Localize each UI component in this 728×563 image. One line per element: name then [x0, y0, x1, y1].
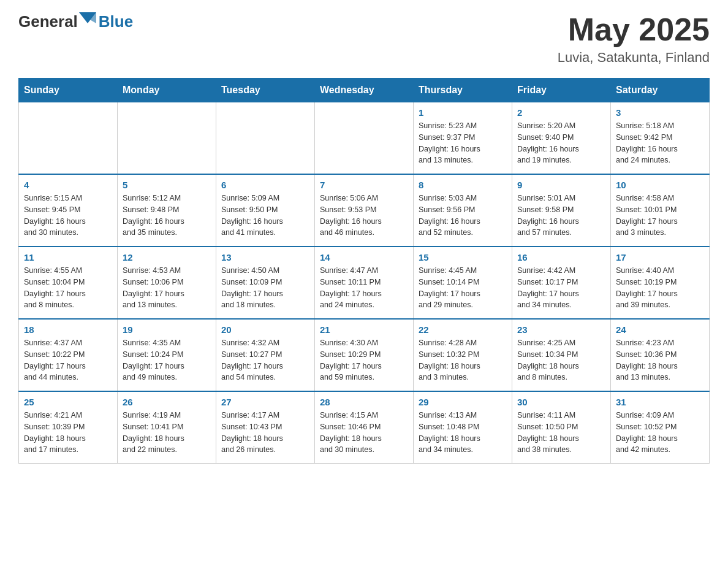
month-title: May 2025 [558, 12, 710, 47]
day-info: Sunrise: 4:09 AM Sunset: 10:52 PM Daylig… [616, 410, 704, 456]
calendar-cell: 21Sunrise: 4:30 AM Sunset: 10:29 PM Dayl… [315, 319, 414, 391]
calendar-cell: 2Sunrise: 5:20 AM Sunset: 9:40 PM Daylig… [512, 102, 611, 175]
calendar-cell: 17Sunrise: 4:40 AM Sunset: 10:19 PM Dayl… [611, 247, 710, 319]
calendar-cell: 14Sunrise: 4:47 AM Sunset: 10:11 PM Dayl… [315, 247, 414, 319]
day-number: 25 [24, 397, 112, 407]
day-info: Sunrise: 5:15 AM Sunset: 9:45 PM Dayligh… [24, 193, 112, 239]
day-info: Sunrise: 4:42 AM Sunset: 10:17 PM Daylig… [517, 265, 605, 311]
day-info: Sunrise: 4:45 AM Sunset: 10:14 PM Daylig… [419, 265, 507, 311]
day-number: 6 [221, 180, 309, 190]
day-info: Sunrise: 5:03 AM Sunset: 9:56 PM Dayligh… [419, 193, 507, 239]
calendar-cell: 1Sunrise: 5:23 AM Sunset: 9:37 PM Daylig… [414, 102, 512, 175]
calendar-cell: 7Sunrise: 5:06 AM Sunset: 9:53 PM Daylig… [315, 174, 414, 247]
day-number: 19 [123, 324, 211, 335]
day-info: Sunrise: 4:58 AM Sunset: 10:01 PM Daylig… [616, 193, 704, 239]
day-number: 10 [616, 180, 704, 190]
day-info: Sunrise: 4:53 AM Sunset: 10:06 PM Daylig… [123, 265, 211, 311]
day-info: Sunrise: 4:37 AM Sunset: 10:22 PM Daylig… [24, 337, 112, 383]
day-info: Sunrise: 5:12 AM Sunset: 9:48 PM Dayligh… [123, 193, 211, 239]
day-info: Sunrise: 4:28 AM Sunset: 10:32 PM Daylig… [419, 337, 507, 383]
calendar-cell: 20Sunrise: 4:32 AM Sunset: 10:27 PM Dayl… [216, 319, 315, 391]
calendar-cell: 19Sunrise: 4:35 AM Sunset: 10:24 PM Dayl… [118, 319, 216, 391]
logo: General Blue [18, 12, 133, 31]
day-number: 11 [24, 252, 112, 262]
day-number: 17 [616, 252, 704, 262]
calendar-cell: 15Sunrise: 4:45 AM Sunset: 10:14 PM Dayl… [414, 247, 512, 319]
day-number: 29 [419, 397, 507, 407]
day-info: Sunrise: 4:30 AM Sunset: 10:29 PM Daylig… [320, 337, 408, 383]
calendar-week-row: 4Sunrise: 5:15 AM Sunset: 9:45 PM Daylig… [19, 174, 710, 247]
calendar-cell: 25Sunrise: 4:21 AM Sunset: 10:39 PM Dayl… [19, 391, 118, 464]
weekday-header-row: SundayMondayTuesdayWednesdayThursdayFrid… [19, 79, 710, 102]
weekday-header-monday: Monday [118, 79, 216, 102]
day-info: Sunrise: 5:20 AM Sunset: 9:40 PM Dayligh… [517, 120, 605, 166]
calendar-cell: 16Sunrise: 4:42 AM Sunset: 10:17 PM Dayl… [512, 247, 611, 319]
day-info: Sunrise: 4:15 AM Sunset: 10:46 PM Daylig… [320, 410, 408, 456]
day-number: 31 [616, 397, 704, 407]
calendar-cell: 26Sunrise: 4:19 AM Sunset: 10:41 PM Dayl… [118, 391, 216, 464]
day-info: Sunrise: 4:50 AM Sunset: 10:09 PM Daylig… [221, 265, 309, 311]
calendar-cell: 12Sunrise: 4:53 AM Sunset: 10:06 PM Dayl… [118, 247, 216, 319]
calendar-cell: 24Sunrise: 4:23 AM Sunset: 10:36 PM Dayl… [611, 319, 710, 391]
calendar-cell [315, 102, 414, 175]
calendar-cell: 29Sunrise: 4:13 AM Sunset: 10:48 PM Dayl… [414, 391, 512, 464]
calendar-cell: 31Sunrise: 4:09 AM Sunset: 10:52 PM Dayl… [611, 391, 710, 464]
calendar-cell: 28Sunrise: 4:15 AM Sunset: 10:46 PM Dayl… [315, 391, 414, 464]
calendar-cell: 18Sunrise: 4:37 AM Sunset: 10:22 PM Dayl… [19, 319, 118, 391]
day-number: 30 [517, 397, 605, 407]
day-number: 28 [320, 397, 408, 407]
day-info: Sunrise: 5:18 AM Sunset: 9:42 PM Dayligh… [616, 120, 704, 166]
day-number: 22 [419, 324, 507, 335]
day-number: 26 [123, 397, 211, 407]
logo-icon [79, 12, 96, 29]
weekday-header-wednesday: Wednesday [315, 79, 414, 102]
calendar-cell: 30Sunrise: 4:11 AM Sunset: 10:50 PM Dayl… [512, 391, 611, 464]
weekday-header-tuesday: Tuesday [216, 79, 315, 102]
day-number: 15 [419, 252, 507, 262]
calendar-cell: 27Sunrise: 4:17 AM Sunset: 10:43 PM Dayl… [216, 391, 315, 464]
calendar-week-row: 18Sunrise: 4:37 AM Sunset: 10:22 PM Dayl… [19, 319, 710, 391]
day-info: Sunrise: 4:40 AM Sunset: 10:19 PM Daylig… [616, 265, 704, 311]
day-number: 9 [517, 180, 605, 190]
calendar-cell: 10Sunrise: 4:58 AM Sunset: 10:01 PM Dayl… [611, 174, 710, 247]
logo-general-text: General [18, 12, 78, 31]
page-header: General Blue May 2025 Luvia, Satakunta, … [18, 12, 710, 66]
day-number: 8 [419, 180, 507, 190]
calendar-week-row: 11Sunrise: 4:55 AM Sunset: 10:04 PM Dayl… [19, 247, 710, 319]
calendar-cell [19, 102, 118, 175]
day-info: Sunrise: 5:01 AM Sunset: 9:58 PM Dayligh… [517, 193, 605, 239]
day-info: Sunrise: 4:13 AM Sunset: 10:48 PM Daylig… [419, 410, 507, 456]
calendar-cell: 6Sunrise: 5:09 AM Sunset: 9:50 PM Daylig… [216, 174, 315, 247]
day-number: 20 [221, 324, 309, 335]
calendar-cell: 11Sunrise: 4:55 AM Sunset: 10:04 PM Dayl… [19, 247, 118, 319]
location-text: Luvia, Satakunta, Finland [558, 50, 710, 66]
day-info: Sunrise: 4:47 AM Sunset: 10:11 PM Daylig… [320, 265, 408, 311]
calendar-cell: 22Sunrise: 4:28 AM Sunset: 10:32 PM Dayl… [414, 319, 512, 391]
calendar-cell: 5Sunrise: 5:12 AM Sunset: 9:48 PM Daylig… [118, 174, 216, 247]
day-number: 21 [320, 324, 408, 335]
calendar-week-row: 1Sunrise: 5:23 AM Sunset: 9:37 PM Daylig… [19, 102, 710, 175]
calendar-cell: 8Sunrise: 5:03 AM Sunset: 9:56 PM Daylig… [414, 174, 512, 247]
calendar-table: SundayMondayTuesdayWednesdayThursdayFrid… [18, 78, 710, 464]
day-number: 7 [320, 180, 408, 190]
day-info: Sunrise: 5:06 AM Sunset: 9:53 PM Dayligh… [320, 193, 408, 239]
logo-blue-text: Blue [99, 12, 133, 31]
day-number: 3 [616, 107, 704, 118]
day-info: Sunrise: 4:19 AM Sunset: 10:41 PM Daylig… [123, 410, 211, 456]
title-section: May 2025 Luvia, Satakunta, Finland [558, 12, 710, 66]
weekday-header-saturday: Saturday [611, 79, 710, 102]
calendar-cell: 9Sunrise: 5:01 AM Sunset: 9:58 PM Daylig… [512, 174, 611, 247]
day-info: Sunrise: 4:17 AM Sunset: 10:43 PM Daylig… [221, 410, 309, 456]
calendar-cell [216, 102, 315, 175]
day-info: Sunrise: 4:35 AM Sunset: 10:24 PM Daylig… [123, 337, 211, 383]
day-info: Sunrise: 4:55 AM Sunset: 10:04 PM Daylig… [24, 265, 112, 311]
day-info: Sunrise: 4:32 AM Sunset: 10:27 PM Daylig… [221, 337, 309, 383]
calendar-cell: 13Sunrise: 4:50 AM Sunset: 10:09 PM Dayl… [216, 247, 315, 319]
calendar-cell: 3Sunrise: 5:18 AM Sunset: 9:42 PM Daylig… [611, 102, 710, 175]
day-number: 12 [123, 252, 211, 262]
day-number: 18 [24, 324, 112, 335]
calendar-cell: 4Sunrise: 5:15 AM Sunset: 9:45 PM Daylig… [19, 174, 118, 247]
weekday-header-sunday: Sunday [19, 79, 118, 102]
day-number: 24 [616, 324, 704, 335]
day-info: Sunrise: 4:21 AM Sunset: 10:39 PM Daylig… [24, 410, 112, 456]
